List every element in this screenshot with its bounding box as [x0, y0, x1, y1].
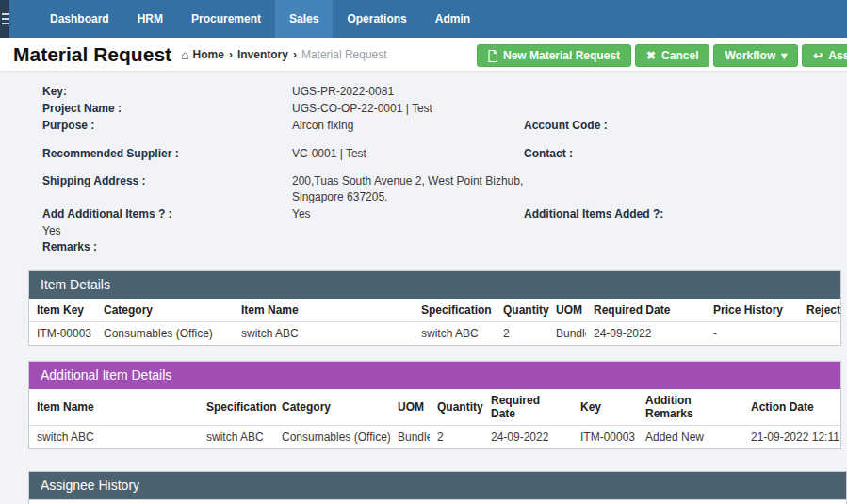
- workflow-dropdown-button[interactable]: Workflow ▾: [713, 44, 798, 67]
- table-header-row: Item KeyCategoryItem NameSpecificationQu…: [29, 299, 840, 322]
- column-header: Required Date: [586, 299, 706, 322]
- column-header: Quantity: [430, 389, 483, 426]
- nav-item-procurement[interactable]: Procurement: [177, 0, 275, 38]
- button-label: Cancel: [661, 49, 698, 62]
- purpose-value: Aircon fixing: [292, 119, 353, 132]
- file-icon: [488, 50, 497, 62]
- request-details: Key: UGS-PR-2022-0081 Project Name : UGS…: [0, 72, 847, 270]
- table-cell: 2: [496, 322, 548, 346]
- table-cell: Added New: [638, 426, 743, 449]
- page-title: Material Request: [13, 43, 171, 66]
- shipping-address-label: Shipping Address :: [42, 174, 146, 187]
- nav-item-sales[interactable]: Sales: [275, 0, 333, 38]
- contact-label: Contact :: [524, 147, 573, 160]
- button-label: New Material Request: [503, 49, 620, 62]
- table-row: ITM-00003Consumables (Office)switch ABCs…: [29, 322, 840, 346]
- cancel-button[interactable]: ✖ Cancel: [635, 44, 709, 67]
- table-cell: 21-09-2022 12:11 PM: [743, 426, 840, 449]
- table-cell: 2: [430, 426, 483, 449]
- column-header: Specification: [414, 299, 496, 322]
- new-material-request-button[interactable]: New Material Request: [477, 44, 631, 67]
- table-cell: ITM-00003: [573, 426, 638, 449]
- additional-item-details-header: Additional Item Details: [29, 362, 840, 389]
- item-details-panel: Item Details Item KeyCategoryItem NameSp…: [28, 270, 841, 346]
- column-header: Reject: [799, 299, 840, 322]
- table-cell: switch ABC: [199, 426, 274, 449]
- top-navbar: Dashboard HRM Procurement Sales Operatio…: [0, 0, 847, 38]
- key-value: UGS-PR-2022-0081: [292, 85, 394, 98]
- button-label: Assign: [828, 49, 847, 62]
- additional-items-added-label: Additional Items Added ?:: [524, 207, 663, 220]
- nav-item-admin[interactable]: Admin: [421, 0, 484, 38]
- table-cell: switch ABC: [414, 322, 496, 346]
- x-icon: ✖: [646, 50, 656, 61]
- reply-arrow-icon: ↩: [813, 50, 823, 61]
- breadcrumb: ⌂ Home › Inventory › Material Request: [181, 47, 387, 62]
- assignee-history-header: Assignee History: [29, 472, 846, 499]
- breadcrumb-home[interactable]: Home: [193, 48, 224, 61]
- table-cell: Consumables (Office): [96, 322, 234, 346]
- menu-toggle-icon[interactable]: [0, 0, 9, 38]
- table-cell: switch ABC: [234, 322, 414, 346]
- table-cell: switch ABC: [29, 426, 199, 449]
- additional-item-details-panel: Additional Item Details Item NameSpecifi…: [28, 361, 841, 449]
- column-header: Key: [573, 389, 638, 426]
- column-header: Category: [274, 389, 390, 426]
- table-cell: Bundle: [390, 426, 430, 449]
- table-cell: 24-09-2022: [586, 322, 706, 346]
- table-header-row: Item NameSpecificationCategoryUOMQuantit…: [29, 389, 840, 426]
- assignee-history-body: [29, 499, 846, 504]
- breadcrumb-separator: ›: [229, 48, 233, 61]
- column-header: Item Name: [29, 389, 199, 426]
- recommended-supplier-label: Recommended Supplier :: [42, 147, 179, 160]
- assignee-history-panel: Assignee History: [28, 471, 847, 504]
- shipping-address-value-line2: Singapore 637205.: [292, 190, 387, 203]
- column-header: Item Key: [29, 299, 96, 322]
- column-header: Specification: [199, 389, 274, 426]
- nav-menu: Dashboard HRM Procurement Sales Operatio…: [36, 0, 484, 38]
- shipping-address-value-line1: 200,Tuas South Avenue 2, West Point Bizh…: [292, 174, 523, 187]
- caret-down-icon: ▾: [781, 50, 787, 61]
- recommended-supplier-value: VC-0001 | Test: [292, 147, 366, 160]
- nav-item-dashboard[interactable]: Dashboard: [36, 0, 123, 38]
- breadcrumb-inventory[interactable]: Inventory: [237, 48, 288, 61]
- table-cell: Bundle: [548, 322, 586, 346]
- purpose-label: Purpose :: [42, 119, 94, 132]
- column-header: Required Date: [483, 389, 573, 426]
- add-additional-items-label: Add Additional Items ? :: [42, 207, 172, 220]
- table-cell: [799, 322, 840, 346]
- breadcrumb-separator: ›: [293, 48, 297, 61]
- breadcrumb-current: Material Request: [301, 48, 387, 61]
- project-name-value: UGS-CO-OP-22-0001 | Test: [292, 102, 432, 115]
- item-details-table: Item KeyCategoryItem NameSpecificationQu…: [29, 299, 840, 345]
- table-row: switch ABCswitch ABCConsumables (Office)…: [29, 426, 840, 449]
- column-header: Item Name: [234, 299, 414, 322]
- table-cell: -: [706, 322, 799, 346]
- action-buttons: New Material Request ✖ Cancel Workflow ▾…: [469, 44, 847, 67]
- project-name-label: Project Name :: [42, 102, 122, 115]
- column-header: Price History: [706, 299, 799, 322]
- column-header: UOM: [390, 389, 430, 426]
- column-header: UOM: [548, 299, 586, 322]
- button-label: Workflow: [725, 49, 775, 62]
- additional-item-details-table: Item NameSpecificationCategoryUOMQuantit…: [29, 389, 840, 448]
- key-label: Key:: [42, 85, 67, 98]
- item-details-header: Item Details: [29, 271, 840, 299]
- home-icon: ⌂: [181, 47, 188, 62]
- page-header: Material Request ⌂ Home › Inventory › Ma…: [0, 38, 847, 72]
- additional-flag-value: Yes: [42, 224, 61, 237]
- column-header: Addition Remarks: [638, 389, 743, 426]
- column-header: Action Date: [743, 389, 840, 426]
- table-cell: Consumables (Office): [274, 426, 390, 449]
- column-header: Quantity: [496, 299, 548, 322]
- table-cell: ITM-00003: [29, 322, 96, 346]
- column-header: Category: [96, 299, 234, 322]
- account-code-label: Account Code :: [524, 119, 608, 132]
- remarks-label: Remarks :: [42, 240, 97, 253]
- nav-item-hrm[interactable]: HRM: [123, 0, 177, 38]
- assign-button[interactable]: ↩ Assign: [802, 44, 847, 67]
- add-additional-items-value: Yes: [292, 207, 311, 220]
- nav-item-operations[interactable]: Operations: [333, 0, 420, 38]
- table-cell: 24-09-2022: [483, 426, 573, 449]
